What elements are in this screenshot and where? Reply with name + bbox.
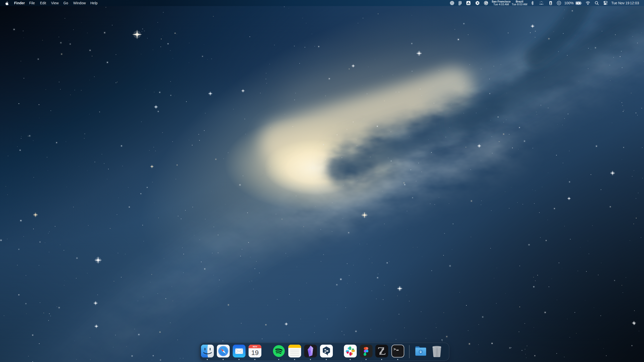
svg-text:NOV: NOV: [253, 346, 257, 348]
svg-text:>: >: [393, 347, 396, 352]
svg-text:19: 19: [251, 349, 259, 356]
